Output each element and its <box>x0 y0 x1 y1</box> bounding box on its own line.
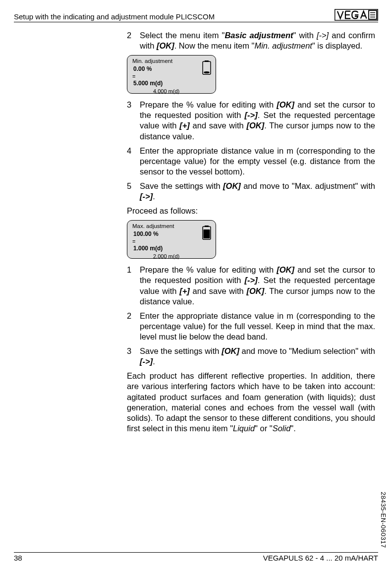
display-distance: 1.000 m(d) <box>133 245 212 252</box>
step-text: Select the menu item "Basic adjustment" … <box>140 30 375 51</box>
svg-point-7 <box>204 71 210 73</box>
page-number: 38 <box>14 554 22 562</box>
vega-logo-icon <box>335 9 378 21</box>
display-eq: = <box>132 73 212 80</box>
step-text: Enter the appropriate distance value in … <box>140 311 375 342</box>
step-item: 2Select the menu item "Basic adjustment"… <box>127 30 375 51</box>
document-code: 28435-EN-060317 <box>380 492 387 548</box>
steps-group-b: 3Prepare the % value for editing with [O… <box>127 100 375 202</box>
svg-rect-10 <box>204 229 210 238</box>
vessel-empty-icon <box>202 60 212 75</box>
step-item: 4Enter the appropriate distance value in… <box>127 146 375 177</box>
header-title: Setup with the indicating and adjustment… <box>14 12 215 21</box>
step-number: 3 <box>127 100 140 141</box>
step-item: 3Prepare the % value for editing with [O… <box>127 100 375 141</box>
step-text: Save the settings with [OK] and move to … <box>140 181 375 202</box>
step-number: 5 <box>127 181 140 202</box>
steps-group-a: 2Select the menu item "Basic adjustment"… <box>127 30 375 51</box>
display-percent: 0.00 % <box>133 65 212 73</box>
step-item: 2Enter the appropriate distance value in… <box>127 311 375 342</box>
step-item: 1Prepare the % value for editing with [O… <box>127 265 375 306</box>
product-name: VEGAPULS 62 - 4 ... 20 mA/HART <box>263 554 378 562</box>
vessel-full-icon <box>202 226 212 240</box>
step-text: Enter the appropriate distance value in … <box>140 146 375 177</box>
step-text: Prepare the % value for editing with [OK… <box>140 265 375 306</box>
svg-rect-9 <box>205 226 209 227</box>
display-percent: 100.00 % <box>133 230 212 238</box>
display-min-adjustment: Min. adjustment 0.00 % = 5.000 m(d) 4.00… <box>127 55 216 94</box>
display-title: Max. adjustment <box>132 223 212 230</box>
steps-group-c: 1Prepare the % value for editing with [O… <box>127 265 375 367</box>
step-item: 3Save the settings with [OK] and move to… <box>127 346 375 367</box>
step-number: 1 <box>127 265 140 306</box>
display-small: 4.000 m(d) <box>153 88 212 95</box>
display-small: 2.000 m(d) <box>153 253 212 260</box>
svg-rect-6 <box>205 60 209 62</box>
final-paragraph: Each product has different reflective pr… <box>127 371 375 434</box>
step-number: 2 <box>127 311 140 342</box>
page-footer: 38 VEGAPULS 62 - 4 ... 20 mA/HART <box>14 552 378 562</box>
display-distance: 5.000 m(d) <box>133 80 212 87</box>
step-number: 2 <box>127 30 140 51</box>
step-text: Save the settings with [OK] and move to … <box>140 346 375 367</box>
step-number: 4 <box>127 146 140 177</box>
main-content: 2Select the menu item "Basic adjustment"… <box>127 30 375 434</box>
proceed-text: Proceed as follows: <box>127 206 375 216</box>
display-eq: = <box>132 238 212 245</box>
display-title: Min. adjustment <box>132 57 212 65</box>
display-max-adjustment: Max. adjustment 100.00 % = 1.000 m(d) 2.… <box>127 220 216 259</box>
page-header: Setup with the indicating and adjustment… <box>14 9 378 22</box>
step-text: Prepare the % value for editing with [OK… <box>140 100 375 141</box>
step-item: 5Save the settings with [OK] and move to… <box>127 181 375 202</box>
step-number: 3 <box>127 346 140 367</box>
